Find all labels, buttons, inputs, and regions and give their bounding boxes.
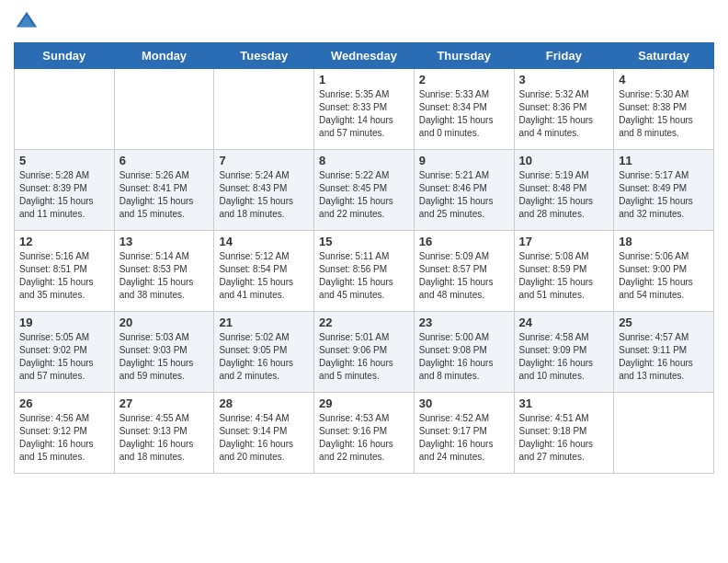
cell-sun-info: Sunrise: 5:09 AMSunset: 8:57 PMDaylight:… <box>419 250 509 302</box>
date-number: 23 <box>419 316 509 329</box>
date-number: 2 <box>419 73 509 86</box>
page-header <box>14 9 714 35</box>
calendar-cell: 12Sunrise: 5:16 AMSunset: 8:51 PMDayligh… <box>15 231 115 312</box>
calendar-cell: 10Sunrise: 5:19 AMSunset: 8:48 PMDayligh… <box>514 150 614 231</box>
date-number: 25 <box>619 316 709 329</box>
cell-sun-info: Sunrise: 5:24 AMSunset: 8:43 PMDaylight:… <box>219 169 309 221</box>
week-row-2: 5Sunrise: 5:28 AMSunset: 8:39 PMDaylight… <box>15 150 714 231</box>
date-number: 16 <box>419 235 509 248</box>
cell-sun-info: Sunrise: 5:35 AMSunset: 8:33 PMDaylight:… <box>319 88 409 140</box>
date-number: 26 <box>19 396 109 410</box>
date-number: 5 <box>19 154 109 167</box>
day-header-thursday: Thursday <box>414 43 514 69</box>
calendar-cell: 28Sunrise: 4:54 AMSunset: 9:14 PMDayligh… <box>214 393 314 474</box>
week-row-5: 26Sunrise: 4:56 AMSunset: 9:12 PMDayligh… <box>15 393 714 474</box>
calendar-cell: 2Sunrise: 5:33 AMSunset: 8:34 PMDaylight… <box>414 69 514 150</box>
date-number: 18 <box>619 235 709 248</box>
cell-sun-info: Sunrise: 5:01 AMSunset: 9:06 PMDaylight:… <box>319 331 409 383</box>
cell-sun-info: Sunrise: 5:06 AMSunset: 9:00 PMDaylight:… <box>619 250 709 302</box>
cell-sun-info: Sunrise: 5:28 AMSunset: 8:39 PMDaylight:… <box>19 169 109 221</box>
cell-sun-info: Sunrise: 5:16 AMSunset: 8:51 PMDaylight:… <box>19 250 109 302</box>
calendar-cell: 25Sunrise: 4:57 AMSunset: 9:11 PMDayligh… <box>614 312 714 393</box>
calendar-cell: 3Sunrise: 5:32 AMSunset: 8:36 PMDaylight… <box>514 69 614 150</box>
date-number: 9 <box>419 154 509 167</box>
calendar-cell: 6Sunrise: 5:26 AMSunset: 8:41 PMDaylight… <box>114 150 214 231</box>
date-number: 21 <box>219 316 309 329</box>
cell-sun-info: Sunrise: 5:05 AMSunset: 9:02 PMDaylight:… <box>19 331 109 383</box>
date-number: 8 <box>319 154 409 167</box>
date-number: 27 <box>119 396 210 410</box>
cell-sun-info: Sunrise: 5:12 AMSunset: 8:54 PMDaylight:… <box>219 250 309 302</box>
date-number: 14 <box>219 235 309 248</box>
calendar-cell: 4Sunrise: 5:30 AMSunset: 8:38 PMDaylight… <box>614 69 714 150</box>
date-number: 15 <box>319 235 409 248</box>
calendar-cell: 8Sunrise: 5:22 AMSunset: 8:45 PMDaylight… <box>314 150 415 231</box>
date-number: 1 <box>319 73 409 86</box>
day-header-tuesday: Tuesday <box>214 43 314 69</box>
cell-sun-info: Sunrise: 5:19 AMSunset: 8:48 PMDaylight:… <box>519 169 609 221</box>
cell-sun-info: Sunrise: 4:53 AMSunset: 9:16 PMDaylight:… <box>319 412 409 464</box>
date-number: 22 <box>319 316 409 329</box>
calendar-cell: 13Sunrise: 5:14 AMSunset: 8:53 PMDayligh… <box>114 231 214 312</box>
date-number: 30 <box>419 396 509 410</box>
calendar-cell: 14Sunrise: 5:12 AMSunset: 8:54 PMDayligh… <box>214 231 314 312</box>
calendar-cell: 16Sunrise: 5:09 AMSunset: 8:57 PMDayligh… <box>414 231 514 312</box>
day-header-friday: Friday <box>514 43 614 69</box>
day-header-monday: Monday <box>114 43 214 69</box>
cell-sun-info: Sunrise: 4:51 AMSunset: 9:18 PMDaylight:… <box>519 412 609 464</box>
date-number: 4 <box>619 73 709 86</box>
calendar-cell: 27Sunrise: 4:55 AMSunset: 9:13 PMDayligh… <box>114 393 214 474</box>
date-number: 24 <box>519 316 609 329</box>
calendar-table: SundayMondayTuesdayWednesdayThursdayFrid… <box>14 42 714 474</box>
date-number: 3 <box>519 73 609 86</box>
cell-sun-info: Sunrise: 4:57 AMSunset: 9:11 PMDaylight:… <box>619 331 709 383</box>
calendar-cell <box>15 69 115 150</box>
cell-sun-info: Sunrise: 5:11 AMSunset: 8:56 PMDaylight:… <box>319 250 409 302</box>
week-row-3: 12Sunrise: 5:16 AMSunset: 8:51 PMDayligh… <box>15 231 714 312</box>
day-header-sunday: Sunday <box>15 43 115 69</box>
cell-sun-info: Sunrise: 5:21 AMSunset: 8:46 PMDaylight:… <box>419 169 509 221</box>
day-header-saturday: Saturday <box>614 43 714 69</box>
cell-sun-info: Sunrise: 5:30 AMSunset: 8:38 PMDaylight:… <box>619 88 709 140</box>
cell-sun-info: Sunrise: 5:02 AMSunset: 9:05 PMDaylight:… <box>219 331 309 383</box>
calendar-cell: 24Sunrise: 4:58 AMSunset: 9:09 PMDayligh… <box>514 312 614 393</box>
calendar-cell: 9Sunrise: 5:21 AMSunset: 8:46 PMDaylight… <box>414 150 514 231</box>
calendar-cell: 20Sunrise: 5:03 AMSunset: 9:03 PMDayligh… <box>114 312 214 393</box>
date-number: 20 <box>119 316 210 329</box>
date-number: 19 <box>19 316 109 329</box>
date-number: 31 <box>519 396 609 410</box>
cell-sun-info: Sunrise: 5:33 AMSunset: 8:34 PMDaylight:… <box>419 88 509 140</box>
calendar-cell <box>114 69 214 150</box>
cell-sun-info: Sunrise: 5:00 AMSunset: 9:08 PMDaylight:… <box>419 331 509 383</box>
calendar-cell: 17Sunrise: 5:08 AMSunset: 8:59 PMDayligh… <box>514 231 614 312</box>
date-number: 10 <box>519 154 609 167</box>
date-number: 17 <box>519 235 609 248</box>
cell-sun-info: Sunrise: 5:32 AMSunset: 8:36 PMDaylight:… <box>519 88 609 140</box>
logo-icon <box>14 9 40 35</box>
cell-sun-info: Sunrise: 4:55 AMSunset: 9:13 PMDaylight:… <box>119 412 210 464</box>
calendar-cell: 15Sunrise: 5:11 AMSunset: 8:56 PMDayligh… <box>314 231 415 312</box>
date-number: 7 <box>219 154 309 167</box>
cell-sun-info: Sunrise: 4:52 AMSunset: 9:17 PMDaylight:… <box>419 412 509 464</box>
calendar-cell: 29Sunrise: 4:53 AMSunset: 9:16 PMDayligh… <box>314 393 415 474</box>
calendar-cell: 5Sunrise: 5:28 AMSunset: 8:39 PMDaylight… <box>15 150 115 231</box>
date-number: 12 <box>19 235 109 248</box>
cell-sun-info: Sunrise: 5:17 AMSunset: 8:49 PMDaylight:… <box>619 169 709 221</box>
header-row: SundayMondayTuesdayWednesdayThursdayFrid… <box>15 43 714 69</box>
calendar-cell: 11Sunrise: 5:17 AMSunset: 8:49 PMDayligh… <box>614 150 714 231</box>
cell-sun-info: Sunrise: 4:56 AMSunset: 9:12 PMDaylight:… <box>19 412 109 464</box>
week-row-1: 1Sunrise: 5:35 AMSunset: 8:33 PMDaylight… <box>15 69 714 150</box>
date-number: 28 <box>219 396 309 410</box>
cell-sun-info: Sunrise: 5:08 AMSunset: 8:59 PMDaylight:… <box>519 250 609 302</box>
date-number: 29 <box>319 396 409 410</box>
day-header-wednesday: Wednesday <box>314 43 415 69</box>
week-row-4: 19Sunrise: 5:05 AMSunset: 9:02 PMDayligh… <box>15 312 714 393</box>
cell-sun-info: Sunrise: 5:03 AMSunset: 9:03 PMDaylight:… <box>119 331 210 383</box>
date-number: 6 <box>119 154 210 167</box>
calendar-cell: 31Sunrise: 4:51 AMSunset: 9:18 PMDayligh… <box>514 393 614 474</box>
cell-sun-info: Sunrise: 4:54 AMSunset: 9:14 PMDaylight:… <box>219 412 309 464</box>
calendar-cell: 30Sunrise: 4:52 AMSunset: 9:17 PMDayligh… <box>414 393 514 474</box>
calendar-cell: 18Sunrise: 5:06 AMSunset: 9:00 PMDayligh… <box>614 231 714 312</box>
date-number: 11 <box>619 154 709 167</box>
cell-sun-info: Sunrise: 5:14 AMSunset: 8:53 PMDaylight:… <box>119 250 210 302</box>
